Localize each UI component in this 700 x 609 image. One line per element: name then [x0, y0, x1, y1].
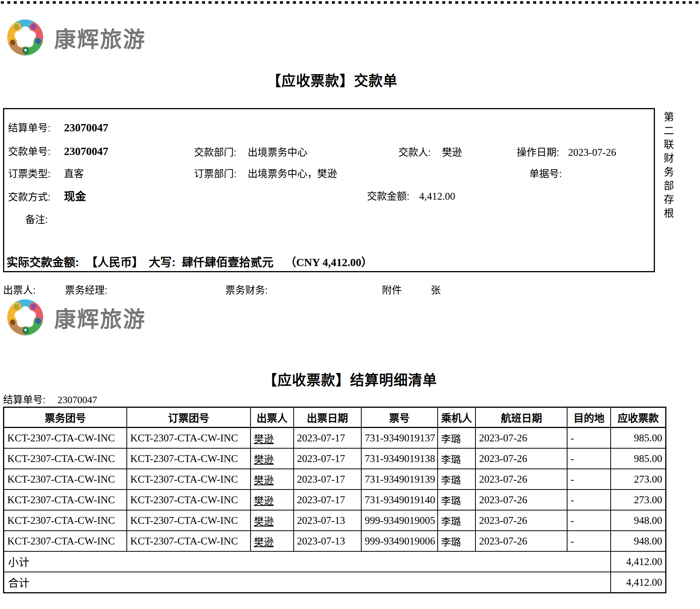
cell-ticket-group: KCT-2307-CTA-CW-INC [4, 531, 127, 551]
cell-ticket-no: 731-9349019137 [361, 428, 438, 449]
actual-amount-label: 实际交款金额: [6, 256, 79, 268]
ticket-finance-label: 票务财务: [225, 282, 268, 296]
total-label: 合计 [4, 572, 611, 593]
cell-passenger: 李璐 [438, 428, 476, 449]
booking-dept-label: 订票部门: [194, 168, 236, 179]
stub-copy-label: 第二联财务部存根 [660, 111, 676, 221]
cell-ticket-group: KCT-2307-CTA-CW-INC [4, 510, 127, 531]
col-header-receivable: 应收票款 [611, 407, 666, 428]
remark-label: 备注: [25, 214, 48, 225]
field-payment-method: 交款方式: 现金 [8, 187, 86, 204]
doc1-title: 【应收票款】交款单 [0, 69, 664, 90]
settlement-line: 结算单号: 23070047 [3, 392, 97, 406]
col-header-destination: 目的地 [567, 407, 611, 428]
table-row: KCT-2307-CTA-CW-INCKCT-2307-CTA-CW-INC樊逊… [4, 428, 666, 449]
table-row: KCT-2307-CTA-CW-INCKCT-2307-CTA-CW-INC樊逊… [4, 489, 666, 510]
cell-issue-date: 2023-07-13 [294, 531, 361, 551]
brand-logo: 康辉旅游 [4, 16, 146, 59]
cell-passenger: 李璐 [438, 448, 476, 469]
ticket-manager-label: 票务经理: [65, 282, 107, 296]
flower-logo-icon [4, 296, 47, 339]
col-header-ticket-group: 票务团号 [4, 407, 127, 428]
cell-flight-date: 2023-07-26 [475, 469, 567, 489]
cell-ticket-no: 731-9349019139 [361, 469, 438, 489]
brand-logo-2: 康辉旅游 [4, 296, 146, 339]
cell-ticket-no: 999-9349019005 [361, 510, 438, 531]
cell-receivable: 948.00 [611, 531, 666, 551]
cell-ticket-group: KCT-2307-CTA-CW-INC [4, 469, 127, 489]
cell-ticket-no: 999-9349019006 [361, 531, 438, 551]
cell-booking-group: KCT-2307-CTA-CW-INC [127, 510, 251, 531]
settlement-no-label: 结算单号: [8, 122, 50, 134]
cell-issuer: 樊逊 [251, 469, 294, 489]
cell-ticket-group: KCT-2307-CTA-CW-INC [4, 428, 127, 449]
col-header-issue-date: 出票日期 [294, 407, 361, 428]
settlement-no-label: 结算单号: [3, 394, 45, 405]
payment-no-label: 交款单号: [8, 146, 50, 157]
cell-destination: - [567, 469, 611, 489]
perforation-dashed-line [1, 1, 699, 4]
table-header-row: 票务团号 订票团号 出票人 出票日期 票号 乘机人 航班日期 目的地 应收票款 [4, 407, 666, 428]
attachment-value: 张 [431, 282, 441, 296]
total-row: 合计 4,412.00 [4, 572, 666, 593]
table-row: KCT-2307-CTA-CW-INCKCT-2307-CTA-CW-INC樊逊… [4, 531, 666, 551]
flower-logo-icon [4, 16, 47, 59]
payment-form-box: 结算单号: 23070047 交款单号: 23070047 交款部门: 出境票务… [3, 108, 655, 272]
cell-issue-date: 2023-07-17 [294, 469, 361, 489]
payment-method-label: 交款方式: [8, 191, 50, 203]
cell-receivable: 948.00 [611, 510, 666, 531]
table-row: KCT-2307-CTA-CW-INCKCT-2307-CTA-CW-INC樊逊… [4, 510, 666, 531]
cell-flight-date: 2023-07-26 [475, 428, 567, 449]
actual-cny-value: （CNY 4,412.00） [285, 256, 372, 268]
cell-receivable: 273.00 [611, 489, 666, 510]
actual-daxie-label: 大写: [149, 256, 176, 268]
payer-label: 交款人: [398, 147, 431, 158]
attachment-label: 附件 [382, 282, 402, 296]
op-date-value: 2023-07-26 [568, 147, 616, 158]
cell-destination: - [567, 428, 611, 449]
field-payer: 交款人: 樊逊 [398, 144, 462, 158]
settlement-no-value: 23070047 [64, 121, 108, 134]
subtotal-value: 4,412.00 [611, 551, 666, 572]
actual-amount-line: 实际交款金额: 【人民币】 大写: 肆仟肆佰壹拾贰元 （CNY 4,412.00… [6, 253, 372, 270]
cell-destination: - [567, 531, 611, 551]
cell-issue-date: 2023-07-13 [294, 510, 361, 531]
field-booking-type: 订票类型: 直客 [8, 166, 84, 180]
cell-destination: - [567, 510, 611, 531]
cell-receivable: 985.00 [611, 428, 666, 449]
brand-name: 康辉旅游 [54, 22, 146, 53]
cell-flight-date: 2023-07-26 [475, 531, 567, 551]
payment-amount-label: 交款金额: [367, 191, 409, 202]
cell-issuer: 樊逊 [251, 489, 294, 510]
cell-receivable: 985.00 [611, 448, 666, 469]
subtotal-label: 小计 [4, 551, 611, 572]
cell-booking-group: KCT-2307-CTA-CW-INC [127, 469, 251, 489]
actual-daxie-value: 肆仟肆佰壹拾贰元 [182, 256, 273, 268]
cell-flight-date: 2023-07-26 [475, 448, 567, 469]
payment-method-value: 现金 [64, 191, 86, 203]
cell-ticket-group: KCT-2307-CTA-CW-INC [4, 489, 127, 510]
cell-passenger: 李璐 [438, 469, 476, 489]
total-value: 4,412.00 [611, 572, 666, 593]
cell-booking-group: KCT-2307-CTA-CW-INC [127, 428, 251, 449]
receipt-page: 康辉旅游 【应收票款】交款单 第二联财务部存根 结算单号: 23070047 交… [0, 0, 700, 609]
cell-flight-date: 2023-07-26 [475, 510, 567, 531]
cell-issuer: 樊逊 [251, 510, 294, 531]
col-header-booking-group: 订票团号 [127, 407, 251, 428]
field-payment-amount: 交款金额: 4,412.00 [367, 188, 455, 202]
brand-name: 康辉旅游 [54, 302, 146, 333]
settlement-detail-table: 票务团号 订票团号 出票人 出票日期 票号 乘机人 航班日期 目的地 应收票款 … [3, 407, 666, 593]
field-settlement-no: 结算单号: 23070047 [8, 120, 108, 134]
cell-issue-date: 2023-07-17 [294, 489, 361, 510]
doc2-title: 【应收票款】结算明细清单 [0, 369, 700, 389]
payment-no-value: 23070047 [64, 145, 108, 157]
col-header-passenger: 乘机人 [438, 407, 476, 428]
cell-issuer: 樊逊 [251, 531, 294, 551]
field-payment-dept: 交款部门: 出境票务中心 [194, 144, 307, 158]
cell-booking-group: KCT-2307-CTA-CW-INC [127, 531, 251, 551]
col-header-ticket-no: 票号 [361, 407, 438, 428]
issuer-label: 出票人: [3, 282, 36, 296]
doc-no-label: 单据号: [529, 168, 562, 179]
booking-type-label: 订票类型: [8, 168, 50, 179]
settlement-no-value: 23070047 [57, 394, 97, 405]
